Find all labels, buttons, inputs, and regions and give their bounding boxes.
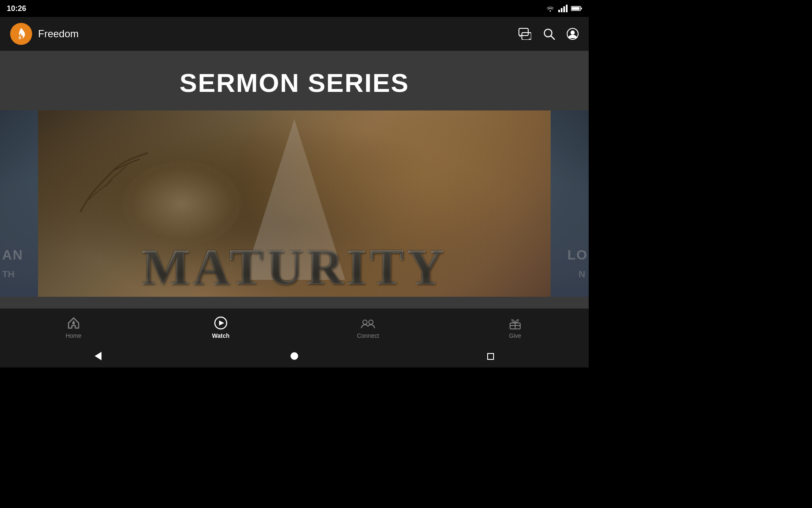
connect-nav-icon	[361, 316, 375, 330]
side-panel-right: LO N	[551, 110, 589, 297]
system-nav	[0, 346, 589, 367]
feature-card[interactable]: MATURITY	[38, 110, 551, 297]
app-bar-actions	[518, 28, 579, 40]
status-time: 10:26	[7, 4, 26, 13]
nav-item-home[interactable]: Home	[0, 316, 147, 339]
nav-label-connect: Connect	[357, 332, 379, 339]
recent-square-icon	[487, 353, 494, 360]
status-bar: 10:26	[0, 0, 589, 17]
right-text-n: N	[579, 269, 585, 280]
nav-label-home: Home	[66, 332, 81, 339]
messages-icon[interactable]	[518, 28, 531, 40]
right-text-lo: LO	[568, 247, 588, 263]
back-button[interactable]	[78, 348, 118, 366]
watch-nav-icon	[214, 316, 228, 330]
nav-item-give[interactable]: Give	[442, 316, 589, 339]
nav-item-connect[interactable]: Connect	[294, 316, 442, 339]
flame-icon	[16, 27, 27, 41]
wifi-icon	[546, 5, 555, 12]
featured-series-title: MATURITY	[38, 242, 551, 297]
home-nav-icon	[67, 316, 80, 330]
home-circle-icon	[291, 352, 298, 360]
back-arrow-icon	[95, 352, 102, 360]
svg-point-3	[19, 36, 21, 39]
svg-point-9	[571, 30, 575, 35]
nav-label-give: Give	[509, 332, 521, 339]
home-button[interactable]	[274, 349, 315, 365]
svg-line-7	[551, 36, 554, 39]
account-icon[interactable]	[567, 28, 579, 40]
left-text-th: TH	[2, 269, 14, 280]
nav-item-watch[interactable]: Watch	[147, 316, 294, 339]
app-title: Freedom	[38, 28, 79, 40]
recent-button[interactable]	[470, 349, 511, 365]
svg-point-13	[369, 320, 373, 324]
left-text-an: AN	[2, 247, 23, 263]
app-bar: Freedom	[0, 17, 589, 51]
signal-icon	[558, 5, 568, 12]
svg-rect-2	[581, 8, 582, 9]
nav-label-watch: Watch	[212, 332, 229, 339]
app-bar-left: Freedom	[10, 23, 79, 45]
svg-point-12	[363, 320, 367, 324]
bottom-nav: Home Watch Connect Give	[0, 308, 589, 346]
battery-icon	[571, 6, 582, 11]
carousel-container: AN TH	[0, 110, 589, 297]
search-icon[interactable]	[543, 28, 555, 40]
status-icons	[546, 5, 582, 12]
feature-card-bg: MATURITY	[38, 110, 551, 297]
svg-rect-4	[519, 28, 528, 36]
give-nav-icon	[508, 316, 522, 330]
side-panel-left: AN TH	[0, 110, 38, 297]
svg-rect-5	[522, 33, 531, 40]
section-title: SERMON SERIES	[0, 51, 589, 110]
svg-marker-11	[219, 320, 224, 326]
app-logo[interactable]	[10, 23, 32, 45]
main-content: SERMON SERIES AN TH	[0, 51, 589, 321]
svg-rect-1	[572, 7, 580, 10]
